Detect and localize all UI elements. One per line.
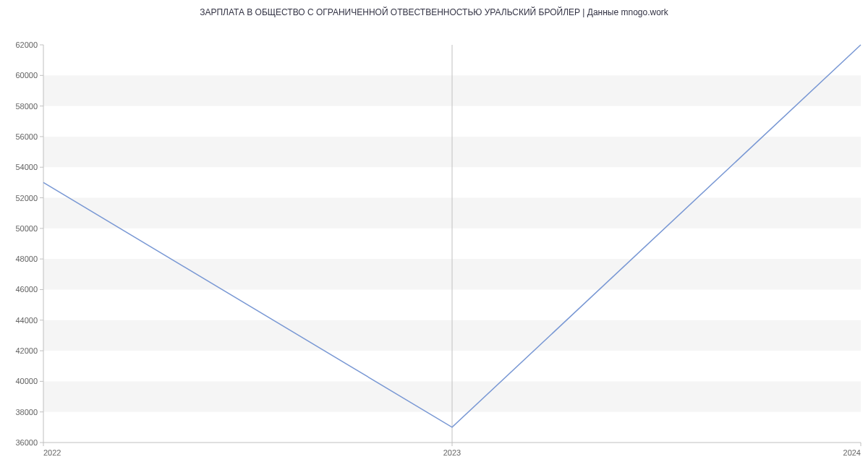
y-tick-label: 54000 xyxy=(15,163,38,171)
chart-container: 3600038000400004200044000460004800050000… xyxy=(0,23,868,470)
x-tick-label: 2023 xyxy=(443,448,461,457)
y-tick-label: 56000 xyxy=(15,132,38,141)
y-tick-label: 40000 xyxy=(15,377,38,385)
y-tick-label: 36000 xyxy=(15,438,38,447)
x-tick-label: 2024 xyxy=(843,448,861,457)
y-tick-label: 48000 xyxy=(15,255,38,263)
y-tick-label: 58000 xyxy=(15,102,38,111)
x-tick-label: 2022 xyxy=(43,448,61,457)
chart-title: ЗАРПЛАТА В ОБЩЕСТВО С ОГРАНИЧЕННОЙ ОТВЕС… xyxy=(0,0,868,23)
y-tick-label: 46000 xyxy=(15,285,38,294)
y-tick-label: 60000 xyxy=(15,71,38,80)
chart-svg: 3600038000400004200044000460004800050000… xyxy=(0,23,868,470)
y-tick-label: 38000 xyxy=(15,408,38,416)
y-tick-label: 42000 xyxy=(15,346,38,355)
y-tick-label: 50000 xyxy=(15,224,38,233)
y-tick-label: 52000 xyxy=(15,194,38,202)
y-tick-label: 62000 xyxy=(15,40,38,49)
y-tick-label: 44000 xyxy=(15,316,38,325)
